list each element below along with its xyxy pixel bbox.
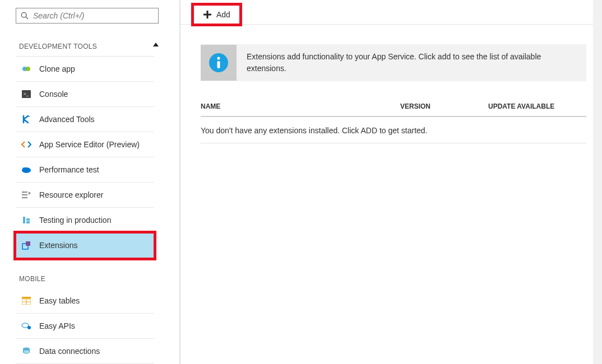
sidebar-item-testing-in-production[interactable]: Testing in production [16, 208, 154, 233]
nav-label: Extensions [39, 241, 77, 250]
nav-label: Data connections [39, 347, 100, 356]
svg-rect-14 [26, 218, 30, 221]
svg-rect-26 [203, 13, 211, 15]
sidebar-item-easy-tables[interactable]: Easy tables [16, 288, 154, 314]
svg-rect-9 [22, 192, 27, 193]
nav-label: Resource explorer [39, 190, 103, 199]
sidebar-item-advanced-tools[interactable]: Advanced Tools [16, 107, 154, 132]
svg-point-28 [217, 57, 220, 60]
svg-line-1 [26, 17, 28, 19]
nav-label: Clone app [39, 64, 75, 73]
svg-point-0 [21, 12, 26, 17]
sidebar-item-console[interactable]: >_ Console [16, 82, 154, 107]
add-icon [203, 10, 212, 19]
section-label: MOBILE [19, 275, 45, 283]
nav-label: Console [39, 90, 68, 99]
nav-list-mobile: Easy tables Easy APIs DB Data connection… [16, 288, 154, 364]
svg-rect-10 [22, 194, 27, 195]
add-label: Add [216, 10, 230, 19]
nav-label: Easy APIs [39, 321, 75, 330]
cloud-icon [21, 165, 31, 175]
sidebar-item-extensions[interactable]: Extensions [16, 233, 154, 258]
sidebar-item-data-connections[interactable]: DB Data connections [16, 339, 154, 364]
nav-label: Performance test [39, 165, 99, 174]
nav-label: Advanced Tools [39, 115, 95, 124]
sidebar-item-clone-app[interactable]: Clone app [16, 57, 154, 82]
nav-label: Testing in production [39, 216, 111, 225]
svg-rect-16 [26, 241, 30, 246]
add-button[interactable]: Add [193, 4, 240, 25]
svg-rect-11 [22, 197, 27, 198]
th-version[interactable]: VERSION [400, 102, 488, 110]
svg-point-22 [27, 326, 31, 329]
nav-list-development-tools: Clone app >_ Console Advanced Tools App … [16, 57, 154, 258]
svg-point-6 [29, 116, 30, 117]
clone-app-icon [21, 64, 31, 74]
extensions-table: NAME VERSION UPDATE AVAILABLE You don't … [201, 102, 586, 143]
section-label: DEVELOPMENT TOOLS [19, 43, 97, 50]
svg-rect-12 [23, 217, 25, 223]
svg-point-3 [26, 67, 30, 71]
sidebar: DEVELOPMENT TOOLS Clone app >_ Console A… [0, 0, 179, 364]
nav-label: Easy tables [39, 296, 80, 305]
console-icon: >_ [21, 89, 31, 99]
testing-icon [21, 215, 31, 225]
svg-rect-13 [26, 221, 30, 223]
svg-rect-29 [217, 61, 220, 68]
info-icon [209, 53, 229, 73]
section-header-development-tools: DEVELOPMENT TOOLS [16, 26, 154, 57]
scrollbar[interactable] [593, 0, 602, 364]
svg-point-8 [22, 167, 27, 171]
sidebar-item-resource-explorer[interactable]: Resource explorer [16, 183, 154, 208]
table-header: NAME VERSION UPDATE AVAILABLE [201, 102, 586, 117]
info-icon-container [201, 45, 237, 81]
th-update[interactable]: UPDATE AVAILABLE [488, 102, 586, 110]
resource-explorer-icon [21, 190, 31, 200]
table-empty-row: You don't have any extensions installed.… [201, 117, 586, 143]
section-header-mobile: MOBILE [16, 258, 154, 288]
search-input[interactable] [33, 11, 154, 20]
kudu-icon [21, 114, 31, 124]
search-icon [21, 12, 29, 20]
svg-text:>_: >_ [24, 91, 29, 96]
sidebar-item-performance-test[interactable]: Performance test [16, 157, 154, 183]
search-box[interactable] [16, 8, 159, 24]
sidebar-item-app-service-editor[interactable]: App Service Editor (Preview) [16, 132, 154, 157]
info-bar: Extensions add functionality to your App… [201, 44, 586, 81]
data-connections-icon: DB [21, 346, 31, 356]
svg-rect-17 [22, 297, 31, 298]
nav-label: App Service Editor (Preview) [39, 140, 140, 149]
extensions-icon [21, 240, 31, 250]
th-name[interactable]: NAME [201, 102, 400, 110]
sidebar-item-easy-apis[interactable]: Easy APIs [16, 314, 154, 339]
svg-point-21 [22, 323, 29, 328]
collapse-icon[interactable] [153, 43, 159, 46]
easy-apis-icon [21, 321, 31, 331]
info-text: Extensions add functionality to your App… [237, 44, 586, 81]
toolbar: Add [180, 4, 602, 25]
main-content: Add Extensions add functionality to your… [180, 0, 602, 364]
svg-text:DB: DB [24, 350, 29, 353]
easy-tables-icon [21, 296, 31, 306]
code-icon [21, 139, 31, 150]
